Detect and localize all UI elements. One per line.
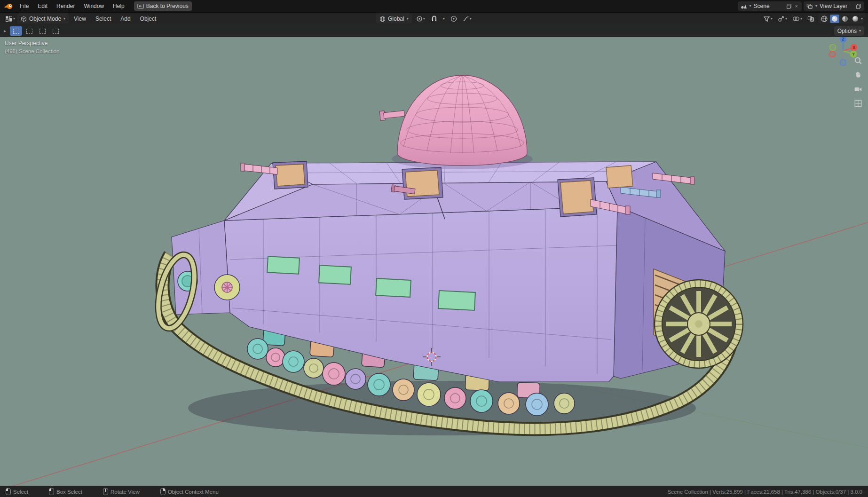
editor-type-chevron: ▾ [13,17,15,21]
shading-material-button[interactable] [840,15,850,23]
mode-dropdown-chevron: ▾ [63,17,65,21]
menu-edit[interactable]: Edit [33,1,52,11]
menu-object[interactable]: Object [136,14,161,24]
falloff-curve-icon [463,16,469,22]
options-button[interactable]: Options ▾ [834,26,864,36]
select-mode-extend-button[interactable] [23,26,35,36]
mouse-right-icon [160,488,166,495]
select-mode-subtract-button[interactable] [36,26,48,36]
select-mode-intersect-button[interactable] [49,26,62,36]
orientation-value: Global [388,16,404,22]
overlays-chevron: ▾ [800,17,802,21]
mount-top-right [606,166,633,188]
window-1 [267,256,300,274]
view-layer-selector[interactable]: ▾ View Layer [804,1,864,11]
window-4 [438,291,475,310]
pivot-point-button[interactable]: ▾ [415,15,426,23]
new-view-layer-icon[interactable] [856,3,861,9]
hint-context-menu-label: Object Context Menu [168,489,219,495]
gizmos-button[interactable]: ▾ [776,15,789,23]
scene-browse-chevron: ▾ [750,4,751,8]
back-workspace-icon [137,3,144,9]
unlink-scene-icon[interactable]: × [794,3,799,9]
mode-dropdown-value: Object Mode [29,16,61,22]
proportional-editing-icon [450,16,457,22]
visibility-chevron: ▾ [771,17,773,21]
pivot-point-chevron: ▾ [423,17,425,21]
pan-control[interactable] [854,71,862,81]
shading-rendered-button[interactable] [851,15,860,23]
transform-orientation-dropdown[interactable]: Global ▾ [376,14,412,24]
topbar: File Edit Render Window Help Back to Pre… [0,0,868,12]
xray-toggle-button[interactable] [806,15,816,23]
sponson-right [560,181,593,214]
back-button-label: Back to Previous [146,3,189,9]
blender-window: File Edit Render Window Help Back to Pre… [0,0,868,497]
view-layer-icon [806,3,813,9]
hint-box-select-label: Box Select [56,489,82,495]
menu-view[interactable]: View [70,14,90,24]
overlays-button[interactable]: ▾ [791,15,804,23]
snap-toggle-button[interactable] [429,15,439,23]
hint-box-select: Box Select [49,488,82,495]
gizmo-z-neg[interactable] [840,60,846,66]
proportional-editing-button[interactable] [449,15,458,23]
menu-select[interactable]: Select [91,14,115,24]
perspective-toggle-control[interactable] [854,99,862,110]
menu-window[interactable]: Window [79,1,108,11]
menu-file[interactable]: File [16,1,33,11]
tool-settings-expand-icon[interactable]: ▸ [4,29,6,33]
overlays-icon [792,16,800,22]
options-chevron: ▾ [859,29,861,33]
grid-icon [854,99,862,108]
editor-type-button[interactable]: ▾ [4,15,16,23]
filter-funnel-icon [763,16,770,22]
menu-help[interactable]: Help [109,1,129,11]
svg-text:Z: Z [842,37,844,41]
gizmo-x-neg[interactable] [829,51,836,57]
box-select-subtract-icon [39,29,46,34]
shading-options-chevron[interactable]: ▾ [861,17,863,21]
new-scene-icon[interactable] [786,3,792,9]
hint-select-label: Select [13,489,28,495]
rear-drive-wheel [655,280,743,368]
options-label: Options [837,28,857,34]
shading-solid-button[interactable] [830,15,839,23]
menu-add[interactable]: Add [116,14,134,24]
window-3 [376,278,411,297]
window-2 [319,265,351,284]
scene-icon [741,3,747,9]
scene-name: Scene [754,3,784,9]
snap-settings-button[interactable]: ▾ [442,16,446,22]
scene-selector[interactable]: ▾ Scene × [738,1,802,11]
view-layer-name: View Layer [820,3,853,9]
object-mode-icon [21,16,27,22]
hand-icon [854,71,862,79]
gizmo-y-neg[interactable] [830,45,836,51]
zoom-control[interactable] [854,56,862,67]
camera-icon [854,85,862,94]
gizmo-toggle-icon [778,16,785,22]
view-layer-browse-chevron: ▾ [815,4,817,8]
keymap-hints: Select Box Select Rotate View Object Con… [6,488,235,495]
falloff-chevron: ▾ [470,17,472,21]
box-select-extend-icon [26,29,32,34]
shading-wireframe-button[interactable] [820,15,829,23]
view-perspective-label: User Perspective [5,39,59,47]
pivot-point-icon [416,16,423,22]
box-select-icon [13,29,19,34]
sponson-left [276,164,305,186]
camera-view-control[interactable] [854,85,862,95]
mode-dropdown[interactable]: Object Mode ▾ [17,14,69,24]
proportional-falloff-button[interactable]: ▾ [461,15,473,23]
blender-logo-icon[interactable] [4,3,13,10]
hint-rotate-view-label: Rotate View [110,489,140,495]
svg-text:Y: Y [852,52,855,56]
select-mode-new-button[interactable] [10,26,22,36]
back-to-previous-button[interactable]: Back to Previous [134,1,192,11]
viewport-3d-canvas[interactable] [0,0,868,497]
scene-statistics: Scene Collection | Verts:25,899 | Faces:… [668,489,862,495]
shading-mode-group: ▾ [818,14,864,24]
object-visibility-button[interactable]: ▾ [762,15,774,23]
menu-render[interactable]: Render [52,1,79,11]
